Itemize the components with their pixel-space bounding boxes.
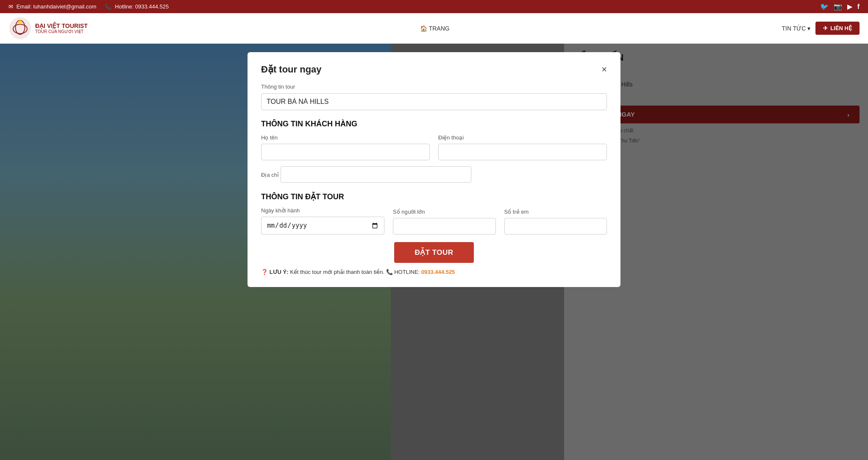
chevron-down-icon: ▾ bbox=[807, 25, 810, 32]
tour-info-section: Thông tin tour bbox=[261, 84, 607, 110]
phone-icon: 📞 bbox=[386, 269, 395, 275]
dat-tour-submit-button[interactable]: ĐẶT TOUR bbox=[394, 242, 473, 263]
note-text: Kết thúc tour mới phải thanh toán tiền. bbox=[290, 269, 384, 275]
instagram-icon[interactable]: 📷 bbox=[834, 3, 842, 11]
tour-name-input[interactable] bbox=[261, 93, 607, 110]
hotline-info: 📞 Hotline: 0933.444.525 bbox=[105, 3, 169, 10]
ho-ten-label: Họ tên bbox=[261, 134, 430, 141]
send-icon: ✈ bbox=[823, 25, 828, 31]
so-nguoi-lon-label: Số người lớn bbox=[393, 209, 496, 215]
so-nguoi-lon-col: Số người lớn bbox=[393, 209, 496, 234]
so-tre-em-col: Số trẻ em bbox=[504, 209, 607, 234]
name-phone-row: Họ tên Điện thoại bbox=[261, 134, 607, 160]
nav-trang[interactable]: 🏠 TRANG bbox=[420, 25, 450, 32]
page-background: ĐỂ TƯ VẤN 1 ngày Đà Nẵng – Bà Nà Hills X… bbox=[0, 44, 868, 460]
top-bar-left: ✉ Email: luhanhdaiviet@gmail.com 📞 Hotli… bbox=[8, 3, 169, 10]
top-bar: ✉ Email: luhanhdaiviet@gmail.com 📞 Hotli… bbox=[0, 0, 868, 13]
logo-area: ĐẠI VIỆT TOURIST TOUR CỦA NGƯỜI VIỆT bbox=[8, 17, 88, 40]
note-icon: ❓ bbox=[261, 269, 268, 275]
youtube-icon[interactable]: ▶ bbox=[847, 3, 852, 11]
modal-title: Đặt tour ngay bbox=[261, 64, 322, 75]
booking-details-row: Ngày khởi hành Số người lớn Số trẻ em bbox=[261, 207, 607, 234]
hotline-number: 0933.444.525 bbox=[421, 269, 455, 275]
logo-text: ĐẠI VIỆT TOURIST TOUR CỦA NGƯỜI VIỆT bbox=[35, 22, 88, 34]
lien-he-button[interactable]: ✈ LIÊN HỆ bbox=[815, 22, 860, 35]
tin-tuc-menu[interactable]: TIN TỨC ▾ bbox=[782, 25, 811, 32]
hotline-label: HOTLINE: bbox=[394, 269, 420, 275]
logo-icon bbox=[8, 17, 32, 40]
social-icons: 🐦 📷 ▶ f bbox=[820, 3, 860, 11]
svg-point-4 bbox=[18, 20, 22, 24]
header-right: TIN TỨC ▾ ✈ LIÊN HỆ bbox=[782, 22, 860, 35]
ngay-kh-col: Ngày khởi hành bbox=[261, 207, 384, 234]
ho-ten-input[interactable] bbox=[261, 144, 430, 160]
nav-area: 🏠 TRANG bbox=[420, 25, 450, 32]
booking-modal: Đặt tour ngay × Thông tin tour THÔNG TIN… bbox=[248, 52, 620, 287]
dia-chi-label: Địa chỉ bbox=[261, 172, 279, 178]
dia-chi-input[interactable] bbox=[281, 166, 471, 183]
modal-close-button[interactable]: × bbox=[601, 65, 607, 74]
twitter-icon[interactable]: 🐦 bbox=[820, 3, 829, 11]
email-info: ✉ Email: luhanhdaiviet@gmail.com bbox=[8, 3, 96, 10]
modal-header: Đặt tour ngay × bbox=[261, 64, 607, 75]
home-icon: 🏠 bbox=[420, 25, 427, 32]
ho-ten-col: Họ tên bbox=[261, 134, 430, 160]
dien-thoai-input[interactable] bbox=[438, 144, 607, 160]
so-tre-em-label: Số trẻ em bbox=[504, 209, 607, 215]
booking-section-heading: THÔNG TIN ĐẶT TOUR bbox=[261, 192, 607, 201]
dien-thoai-label: Điện thoại bbox=[438, 134, 607, 141]
so-nguoi-lon-input[interactable] bbox=[393, 218, 496, 234]
customer-section-heading: THÔNG TIN KHÁCH HÀNG bbox=[261, 120, 607, 128]
facebook-icon[interactable]: f bbox=[857, 3, 860, 11]
dia-chi-row: Địa chỉ bbox=[261, 166, 607, 183]
dien-thoai-col: Điện thoại bbox=[438, 134, 607, 160]
ngay-kh-input[interactable] bbox=[261, 217, 384, 234]
note-prefix: LƯU Ý: bbox=[270, 269, 289, 275]
so-tre-em-input[interactable] bbox=[504, 218, 607, 234]
modal-note: ❓ LƯU Ý: Kết thúc tour mới phải thanh to… bbox=[261, 269, 607, 275]
header: ĐẠI VIỆT TOURIST TOUR CỦA NGƯỜI VIỆT 🏠 T… bbox=[0, 13, 868, 44]
ngay-kh-label: Ngày khởi hành bbox=[261, 207, 384, 214]
modal-overlay: Đặt tour ngay × Thông tin tour THÔNG TIN… bbox=[0, 44, 868, 460]
tour-info-label: Thông tin tour bbox=[261, 84, 607, 90]
